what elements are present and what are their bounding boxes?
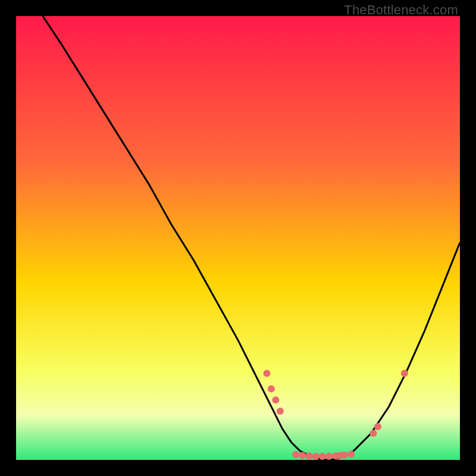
bottleneck-chart — [16, 16, 460, 460]
data-marker — [268, 386, 275, 393]
chart-frame — [16, 16, 460, 460]
data-marker — [347, 450, 355, 458]
data-marker — [264, 370, 271, 377]
data-marker — [277, 408, 284, 415]
data-marker — [319, 453, 326, 460]
data-marker — [299, 452, 306, 459]
data-marker — [325, 453, 333, 460]
data-marker — [341, 452, 348, 459]
data-marker — [374, 423, 381, 430]
data-marker — [312, 453, 320, 460]
data-marker — [370, 430, 377, 437]
data-marker — [272, 396, 279, 403]
data-marker — [292, 451, 299, 458]
data-marker — [305, 452, 312, 459]
gradient-background — [16, 16, 460, 460]
data-marker — [401, 370, 408, 377]
